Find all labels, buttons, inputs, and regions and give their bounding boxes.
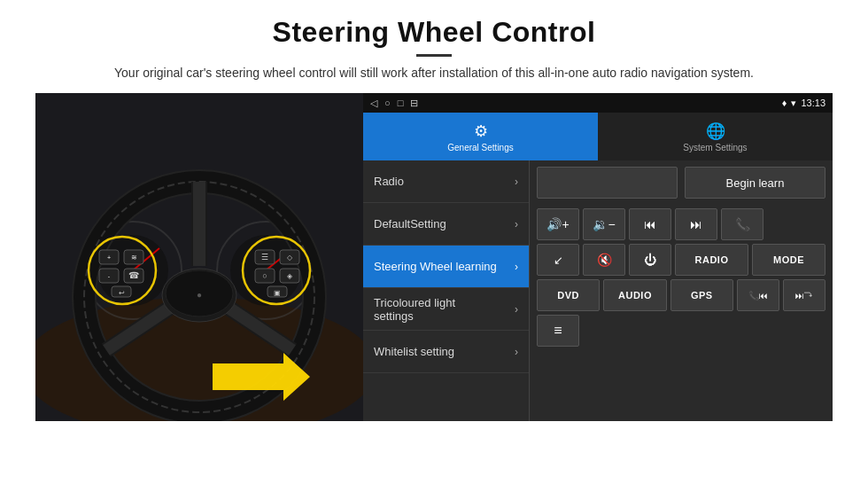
title-section: Steering Wheel Control Your original car… (35, 16, 833, 82)
phone-icon: 📞 (735, 217, 750, 231)
chevron-whitelist-icon: › (515, 346, 518, 358)
menu-item-radio[interactable]: Radio › (363, 160, 529, 203)
page-title: Steering Wheel Control (35, 16, 833, 49)
menu-grid-icon: ≡ (554, 323, 562, 339)
title-divider (416, 54, 452, 57)
controls-row-1: 🔊+ 🔉− ⏮ ⏭ 📞 (537, 208, 825, 240)
tricoloured-row: Tricoloured lightsettings › (374, 296, 518, 323)
general-settings-icon: ⚙ (474, 121, 488, 141)
audio-button[interactable]: AUDIO (603, 279, 666, 311)
page-wrapper: Steering Wheel Control Your original car… (0, 0, 868, 430)
next-mixed-icon: ⏭⤵ (795, 291, 813, 301)
svg-text:☰: ☰ (261, 253, 268, 262)
menu-item-tricoloured[interactable]: Tricoloured lightsettings › (363, 288, 529, 331)
svg-text:+: + (107, 254, 111, 261)
dvd-button-label: DVD (557, 290, 579, 301)
controls-row-4: ≡ (537, 315, 825, 347)
controls-grid: 🔊+ 🔉− ⏮ ⏭ 📞 (530, 205, 833, 350)
home-nav-icon[interactable]: ○ (384, 98, 391, 108)
svg-text:▣: ▣ (274, 289, 281, 297)
page-subtitle: Your original car's steering wheel contr… (35, 64, 833, 82)
tab-system-label: System Settings (683, 143, 747, 152)
status-bar-left: ◁ ○ □ ⊟ (370, 98, 418, 109)
top-tabs: ⚙ General Settings 🌐 System Settings (363, 113, 833, 160)
prev-track-button[interactable]: ⏮ (629, 208, 671, 240)
steering-wheel-image: ● + ≋ - ☎ ↩ ☰ ◇ (35, 93, 363, 421)
menu-default-label: DefaultSetting (374, 217, 446, 230)
svg-text:☎: ☎ (128, 270, 139, 280)
tab-general-label: General Settings (447, 143, 514, 152)
phone-button[interactable]: 📞 (721, 208, 763, 240)
answer-call-icon: ↙ (554, 254, 563, 267)
menu-radio-label: Radio (374, 175, 404, 188)
svg-text:◈: ◈ (287, 272, 293, 280)
mute-icon: 🔇 (597, 253, 612, 267)
chevron-steering-icon: › (515, 261, 518, 273)
gps-button-label: GPS (691, 290, 713, 301)
control-top-row: Begin learn (530, 160, 833, 205)
next-track-button[interactable]: ⏭ (675, 208, 717, 240)
menu-steering-label: Steering Wheel learning (374, 260, 497, 273)
status-time: 13:13 (801, 98, 825, 108)
chevron-tricoloured-icon: › (515, 303, 518, 316)
power-button[interactable]: ⏻ (629, 244, 671, 276)
location-icon: ♦ (782, 98, 787, 108)
recents-nav-icon[interactable]: □ (398, 98, 404, 108)
menu-nav-icon[interactable]: ⊟ (410, 98, 418, 109)
menu-whitelist-label: Whitelist setting (374, 345, 454, 358)
status-bar: ◁ ○ □ ⊟ ♦ ▾ 13:13 (363, 93, 833, 113)
audio-button-label: AUDIO (618, 290, 652, 301)
vol-down-button[interactable]: 🔉− (583, 208, 625, 240)
tab-general-settings[interactable]: ⚙ General Settings (363, 113, 598, 160)
mode-button[interactable]: MODE (752, 244, 825, 276)
menu-tricoloured-label: Tricoloured lightsettings (374, 296, 455, 323)
vol-down-icon: 🔉− (593, 217, 615, 231)
radio-button[interactable]: RADIO (675, 244, 748, 276)
next-track-icon: ⏭ (690, 217, 702, 231)
android-ui: ◁ ○ □ ⊟ ♦ ▾ 13:13 ⚙ General Settings (363, 93, 833, 421)
gps-button[interactable]: GPS (670, 279, 733, 311)
control-panel: Begin learn 🔊+ 🔉− (530, 160, 833, 421)
empty-input-box (537, 167, 678, 199)
menu-list: Radio › DefaultSetting › Steering Wheel … (363, 160, 530, 421)
vol-up-icon: 🔊+ (546, 217, 569, 231)
svg-text:◇: ◇ (287, 254, 293, 262)
prev-track-icon: ⏮ (644, 217, 656, 231)
chevron-default-icon: › (515, 218, 518, 230)
phone-prev-icon: 📞⏮ (748, 291, 768, 301)
signal-icon: ▾ (791, 98, 796, 109)
svg-text:≋: ≋ (131, 254, 137, 262)
answer-call-button[interactable]: ↙ (537, 244, 579, 276)
power-icon: ⏻ (644, 253, 656, 267)
menu-item-whitelist[interactable]: Whitelist setting › (363, 331, 529, 373)
content-area: ● + ≋ - ☎ ↩ ☰ ◇ (35, 93, 833, 421)
status-bar-right: ♦ ▾ 13:13 (782, 98, 825, 109)
menu-item-steering[interactable]: Steering Wheel learning › (363, 246, 529, 288)
back-nav-icon[interactable]: ◁ (370, 98, 377, 109)
chevron-radio-icon: › (515, 176, 518, 188)
mode-button-label: MODE (773, 254, 804, 265)
menu-item-default[interactable]: DefaultSetting › (363, 203, 529, 246)
dvd-button[interactable]: DVD (537, 279, 600, 311)
radio-button-label: RADIO (695, 254, 729, 265)
phone-prev-button[interactable]: 📞⏮ (737, 279, 779, 311)
menu-grid-button[interactable]: ≡ (537, 315, 579, 347)
controls-row-3: DVD AUDIO GPS 📞⏮ (537, 279, 825, 311)
svg-text:○: ○ (262, 271, 267, 280)
svg-text:↩: ↩ (119, 289, 125, 297)
system-settings-icon: 🌐 (706, 121, 725, 141)
begin-learn-button[interactable]: Begin learn (685, 167, 825, 199)
next-mixed-button[interactable]: ⏭⤵ (783, 279, 825, 311)
tab-system-settings[interactable]: 🌐 System Settings (598, 113, 833, 160)
controls-row-2: ↙ 🔇 ⏻ RADIO MOD (537, 244, 825, 276)
main-content: Radio › DefaultSetting › Steering Wheel … (363, 160, 833, 421)
vol-up-button[interactable]: 🔊+ (537, 208, 579, 240)
mute-button[interactable]: 🔇 (583, 244, 625, 276)
svg-text:●: ● (197, 290, 202, 300)
